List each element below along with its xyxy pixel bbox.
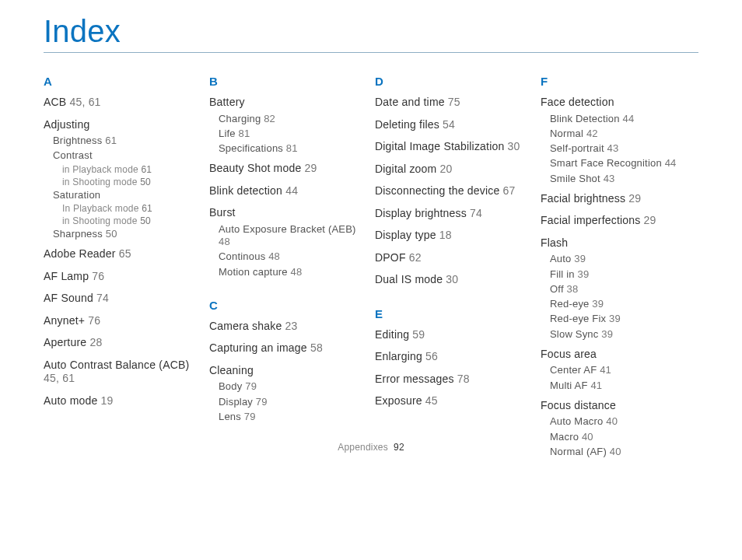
index-entry: In Playback mode 61 xyxy=(62,203,201,215)
index-subentries: in Playback mode 61in Shooting mode 50 xyxy=(62,164,201,188)
index-entry: Contrast xyxy=(53,149,201,162)
index-entry: Editing 59 xyxy=(375,328,533,342)
index-entry: Life 81 xyxy=(219,128,367,140)
index-entry: Enlarging 56 xyxy=(375,350,533,364)
title-rule xyxy=(44,52,698,53)
index-subentries: Blink Detection 44Normal 42Self-portrait… xyxy=(550,113,698,185)
index-entry: Lens 79 xyxy=(219,411,367,423)
index-entry: Face detection xyxy=(541,96,698,110)
index-entry: ACB 45, 61 xyxy=(44,96,201,110)
index-entry: Auto Contrast Balance (ACB) 45, 61 xyxy=(44,359,201,386)
page-title: Index xyxy=(44,14,698,49)
index-subentries: Body 79Display 79Lens 79 xyxy=(219,380,367,423)
index-entry: Saturation xyxy=(53,189,201,201)
index-subentries: In Playback mode 61in Shooting mode 50 xyxy=(62,203,201,227)
index-entry: Digital zoom 20 xyxy=(375,163,533,177)
index-entry: Focus distance xyxy=(541,399,698,413)
index-letter: D xyxy=(375,75,533,88)
page-footer: Appendixes 92 xyxy=(0,442,742,453)
index-entry: Multi AF 41 xyxy=(550,380,698,392)
index-entry: in Playback mode 61 xyxy=(62,164,201,176)
index-column: DDate and time 75Deleting files 54Digita… xyxy=(375,75,533,465)
index-entry: Display 79 xyxy=(219,396,367,408)
index-entry: Auto Exposure Bracket (AEB) 48 xyxy=(219,223,367,249)
index-entry: Fill in 39 xyxy=(550,268,698,281)
index-entry: Auto Macro 40 xyxy=(550,415,698,428)
index-entry: Adjusting xyxy=(44,118,201,132)
index-entry: Focus area xyxy=(541,348,698,362)
index-letter: F xyxy=(541,75,698,88)
index-letter: C xyxy=(209,299,367,312)
index-entry: Off 38 xyxy=(550,283,698,296)
index-entry: Date and time 75 xyxy=(375,96,533,110)
index-entry: Smile Shot 43 xyxy=(550,173,698,185)
index-subentries: Charging 82Life 81Specifications 81 xyxy=(219,113,367,156)
index-column: AACB 45, 61AdjustingBrightness 61Contras… xyxy=(44,75,201,465)
index-entry: Center AF 41 xyxy=(550,364,698,376)
index-entry: AF Lamp 76 xyxy=(44,270,201,284)
index-entry: Normal 42 xyxy=(550,128,698,140)
index-entry: Display type 18 xyxy=(375,229,533,243)
index-entry: Burst xyxy=(209,206,367,220)
index-subentries: Center AF 41Multi AF 41 xyxy=(550,364,698,392)
footer-page-number: 92 xyxy=(394,442,404,453)
index-letter: B xyxy=(209,75,367,88)
index-entry: Disconnecting the device 67 xyxy=(375,184,533,198)
index-entry: Smart Face Recognition 44 xyxy=(550,157,698,170)
index-entry: Anynet+ 76 xyxy=(44,314,201,328)
index-entry: Self-portrait 43 xyxy=(550,142,698,155)
index-entry: Exposure 45 xyxy=(375,394,533,408)
footer-section: Appendixes xyxy=(338,442,388,453)
index-entry: Body 79 xyxy=(219,380,367,393)
index-entry: Deleting files 54 xyxy=(375,118,533,132)
index-entry: Specifications 81 xyxy=(219,142,367,155)
index-entry: Red-eye Fix 39 xyxy=(550,313,698,325)
index-entry: Blink Detection 44 xyxy=(550,113,698,125)
index-entry: Continous 48 xyxy=(219,250,367,263)
index-entry: Cleaning xyxy=(209,364,367,378)
index-entry: Sharpness 50 xyxy=(53,228,201,240)
index-subentries: Auto Exposure Bracket (AEB) 48Continous … xyxy=(219,223,367,278)
index-entry: DPOF 62 xyxy=(375,251,533,265)
index-entry: Error messages 78 xyxy=(375,373,533,387)
index-letter: E xyxy=(375,307,533,320)
index-entry: Motion capture 48 xyxy=(219,266,367,278)
index-column: FFace detectionBlink Detection 44Normal … xyxy=(541,75,698,465)
index-entry: Auto mode 19 xyxy=(44,394,201,408)
index-entry: Auto 39 xyxy=(550,253,698,265)
index-entry: Flash xyxy=(541,236,698,250)
index-entry: Brightness 61 xyxy=(53,135,201,147)
index-entry: in Shooting mode 50 xyxy=(62,177,201,188)
index-columns: AACB 45, 61AdjustingBrightness 61Contras… xyxy=(44,75,698,465)
index-subentries: Brightness 61Contrastin Playback mode 61… xyxy=(53,135,201,240)
index-letter: A xyxy=(44,75,201,88)
index-entry: Digital Image Stabilization 30 xyxy=(375,140,533,154)
index-entry: Blink detection 44 xyxy=(209,184,367,198)
index-entry: AF Sound 74 xyxy=(44,292,201,306)
index-entry: Facial brightness 29 xyxy=(541,192,698,206)
index-entry: Charging 82 xyxy=(219,113,367,125)
index-subentries: Auto 39Fill in 39Off 38Red-eye 39Red-eye… xyxy=(550,253,698,341)
index-entry: Capturing an image 58 xyxy=(209,341,367,355)
index-entry: Beauty Shot mode 29 xyxy=(209,162,367,176)
index-entry: Camera shake 23 xyxy=(209,320,367,334)
index-column: BBatteryCharging 82Life 81Specifications… xyxy=(209,75,367,465)
index-entry: Red-eye 39 xyxy=(550,298,698,310)
index-entry: Slow Sync 39 xyxy=(550,328,698,341)
index-entry: Aperture 28 xyxy=(44,336,201,350)
index-entry: Display brightness 74 xyxy=(375,207,533,221)
index-entry: Dual IS mode 30 xyxy=(375,273,533,287)
index-entry: Battery xyxy=(209,96,367,110)
index-entry: in Shooting mode 50 xyxy=(62,215,201,227)
index-entry: Facial imperfections 29 xyxy=(541,214,698,228)
index-entry: Adobe Reader 65 xyxy=(44,247,201,261)
